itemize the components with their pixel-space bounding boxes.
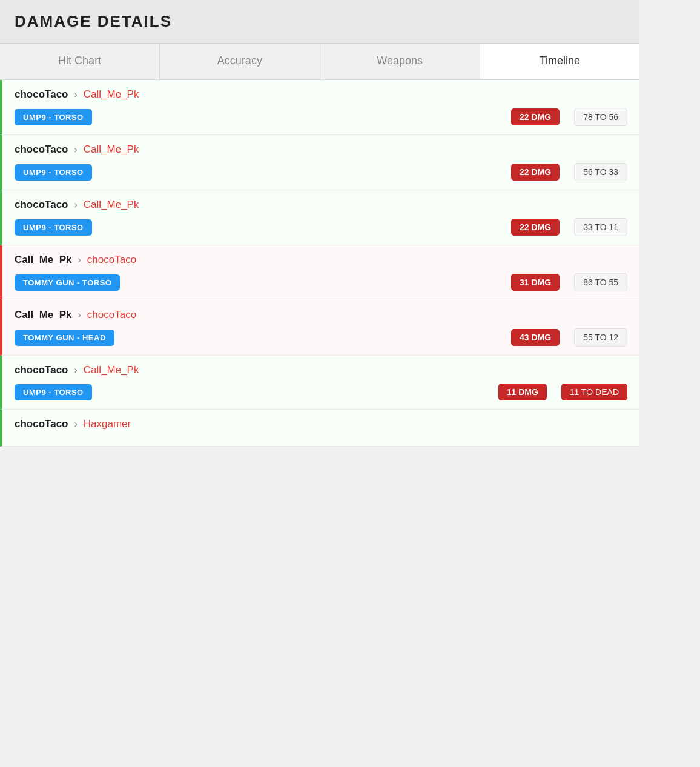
event-item: chocoTaco › Call_Me_PkUMP9 - TORSO11 DMG… [0, 356, 639, 410]
arrow-icon: › [78, 310, 81, 320]
attacker-name: Call_Me_Pk [15, 254, 72, 266]
victim-name: chocoTaco [87, 254, 136, 266]
details-row: UMP9 - TORSO11 DMG11 TO DEAD [15, 384, 627, 400]
health-badge: 86 TO 55 [574, 273, 627, 291]
event-header: chocoTaco › Haxgamer [15, 418, 627, 430]
arrow-icon: › [78, 254, 81, 265]
damage-badge: 22 DMG [511, 164, 560, 181]
page-header: DAMAGE DETAILS [0, 0, 639, 44]
health-badge: 78 TO 56 [574, 108, 627, 126]
victim-name: Call_Me_Pk [84, 144, 139, 156]
event-header: chocoTaco › Call_Me_Pk [15, 364, 627, 376]
attacker-name: chocoTaco [15, 144, 68, 156]
weapon-badge: UMP9 - TORSO [15, 219, 92, 236]
tab-weapons[interactable]: Weapons [320, 44, 480, 79]
arrow-icon: › [74, 89, 77, 100]
victim-name: Call_Me_Pk [84, 364, 139, 376]
health-badge: 33 TO 11 [574, 218, 627, 236]
damage-badge: 11 DMG [498, 384, 547, 400]
event-item: chocoTaco › Call_Me_PkUMP9 - TORSO22 DMG… [0, 135, 639, 190]
details-row: TOMMY GUN - HEAD43 DMG55 TO 12 [15, 328, 627, 347]
event-header: chocoTaco › Call_Me_Pk [15, 144, 627, 156]
event-item: Call_Me_Pk › chocoTacoTOMMY GUN - TORSO3… [0, 245, 639, 300]
health-badge: 11 TO DEAD [561, 384, 627, 400]
attacker-name: chocoTaco [15, 88, 68, 101]
health-badge: 55 TO 12 [574, 328, 627, 347]
weapon-badge: TOMMY GUN - HEAD [15, 330, 114, 346]
event-item: Call_Me_Pk › chocoTacoTOMMY GUN - HEAD43… [0, 300, 639, 356]
damage-badge: 22 DMG [511, 108, 560, 125]
page-title: DAMAGE DETAILS [15, 12, 625, 31]
victim-name: Call_Me_Pk [84, 199, 139, 211]
tab-accuracy[interactable]: Accuracy [160, 44, 320, 79]
details-row: TOMMY GUN - TORSO31 DMG86 TO 55 [15, 273, 627, 291]
event-header: Call_Me_Pk › chocoTaco [15, 254, 627, 266]
victim-name: Call_Me_Pk [84, 88, 139, 101]
damage-badge: 22 DMG [511, 219, 560, 236]
event-item: chocoTaco › Call_Me_PkUMP9 - TORSO22 DMG… [0, 80, 639, 135]
victim-name: chocoTaco [87, 309, 136, 321]
details-row: UMP9 - TORSO22 DMG33 TO 11 [15, 218, 627, 236]
timeline-list: chocoTaco › Call_Me_PkUMP9 - TORSO22 DMG… [0, 80, 639, 447]
attacker-name: chocoTaco [15, 199, 68, 211]
details-row: UMP9 - TORSO22 DMG56 TO 33 [15, 163, 627, 181]
event-header: Call_Me_Pk › chocoTaco [15, 309, 627, 321]
tabs-container: Hit Chart Accuracy Weapons Timeline [0, 44, 639, 80]
arrow-icon: › [74, 144, 77, 155]
attacker-name: Call_Me_Pk [15, 309, 72, 321]
damage-badge: 43 DMG [511, 329, 560, 346]
victim-name: Haxgamer [84, 418, 131, 430]
event-header: chocoTaco › Call_Me_Pk [15, 88, 627, 101]
event-item: chocoTaco › Call_Me_PkUMP9 - TORSO22 DMG… [0, 190, 639, 245]
health-badge: 56 TO 33 [574, 163, 627, 181]
tab-hit-chart[interactable]: Hit Chart [0, 44, 160, 79]
details-row: UMP9 - TORSO22 DMG78 TO 56 [15, 108, 627, 126]
weapon-badge: UMP9 - TORSO [15, 109, 92, 125]
damage-badge: 31 DMG [511, 274, 560, 291]
arrow-icon: › [74, 419, 77, 430]
attacker-name: chocoTaco [15, 418, 68, 430]
attacker-name: chocoTaco [15, 364, 68, 376]
arrow-icon: › [74, 199, 77, 210]
event-item: chocoTaco › Haxgamer [0, 410, 639, 447]
tab-timeline[interactable]: Timeline [480, 44, 639, 79]
event-header: chocoTaco › Call_Me_Pk [15, 199, 627, 211]
weapon-badge: UMP9 - TORSO [15, 384, 92, 400]
weapon-badge: TOMMY GUN - TORSO [15, 274, 120, 291]
arrow-icon: › [74, 365, 77, 376]
weapon-badge: UMP9 - TORSO [15, 164, 92, 181]
